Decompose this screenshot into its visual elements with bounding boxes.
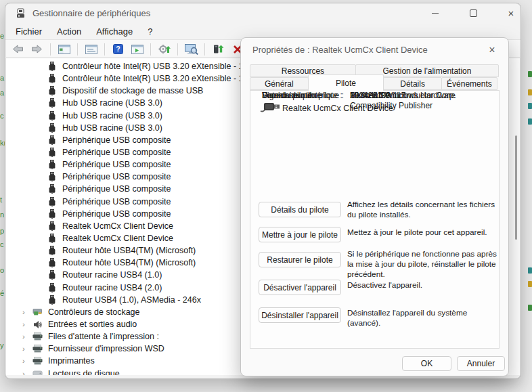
show-action-pane-icon[interactable] xyxy=(129,42,146,57)
background-color-fleck xyxy=(528,281,532,287)
tree-item-label: Fournisseur d'impression WSD xyxy=(48,344,164,353)
menu-item[interactable]: Affichage xyxy=(89,24,140,39)
scan-hardware-changes-icon[interactable] xyxy=(183,42,200,57)
tree-item-icon xyxy=(32,332,43,341)
tree-item-icon xyxy=(48,197,56,206)
background-text-fragment: p xyxy=(0,227,4,235)
background-text-fragment: n xyxy=(0,211,4,219)
tab-control: Ressources Gestion de l'alimentation Gén… xyxy=(250,64,500,349)
properties-dialog: Propriétés de : Realtek UcmCx Client Dev… xyxy=(240,37,509,376)
tree-item-label: Périphérique USB composite xyxy=(62,209,171,219)
ok-button[interactable]: OK xyxy=(402,356,451,371)
driver-tab-page: Realtek UcmCx Client Device Fournisseur … xyxy=(250,90,500,349)
tab[interactable]: Détails xyxy=(383,77,442,90)
background-text-fragment: c xyxy=(0,112,4,120)
driver-action-button[interactable]: Désinstaller l'appareil xyxy=(259,307,341,323)
dialog-title: Propriétés de : Realtek UcmCx Client Dev… xyxy=(252,45,428,55)
chevron-right-icon[interactable]: › xyxy=(22,370,32,375)
tree-item-icon xyxy=(48,135,56,145)
background-window-sliver-right xyxy=(527,0,532,392)
background-color-fleck xyxy=(528,71,532,77)
driver-action-button[interactable]: Détails du pilote xyxy=(259,202,341,217)
tree-item-label: Contrôleur hôte Intel(R) USB 3.20 eXtens… xyxy=(62,62,261,71)
background-text-fragment: é xyxy=(0,290,4,297)
dialog-titlebar: Propriétés de : Realtek UcmCx Client Dev… xyxy=(241,38,508,62)
help-icon[interactable]: ? xyxy=(110,42,127,57)
menu-item[interactable]: Action xyxy=(49,24,89,39)
toolbar-separator xyxy=(177,43,178,56)
back-icon[interactable] xyxy=(9,42,26,57)
driver-action-description: Désinstallez l'appareil du système (avan… xyxy=(347,308,499,328)
background-window-sliver-left: e a a c k( t n p c o é y xyxy=(0,0,5,392)
tree-item-icon xyxy=(48,221,56,231)
driver-action-button[interactable]: Désactiver l'appareil xyxy=(259,280,341,295)
tree-item-label: Périphérique USB composite xyxy=(62,160,171,169)
background-text-fragment: y xyxy=(0,342,4,349)
tree-item-label: Realtek UcmCx Client Device xyxy=(62,234,173,243)
tree-item-icon xyxy=(48,172,56,181)
tree-item-label: Routeur hôte USB4(TM) (Microsoft) xyxy=(62,246,196,255)
tree-item-icon xyxy=(48,234,56,243)
tree-item-icon xyxy=(32,357,43,365)
driver-action-description: Si le périphérique ne fonctionne pas apr… xyxy=(347,249,499,280)
driver-action-button[interactable]: Restaurer le pilote xyxy=(259,252,341,267)
update-driver-icon[interactable] xyxy=(156,42,173,57)
tree-item-icon xyxy=(48,246,56,255)
cancel-button[interactable]: Annuler xyxy=(457,356,505,371)
dialog-close-icon[interactable]: × xyxy=(483,43,502,58)
tree-item-icon xyxy=(48,283,56,292)
tree-item-label: Routeur racine USB4 (1.0) xyxy=(62,270,162,280)
toolbar-separator xyxy=(150,43,151,56)
tree-item-label: Contrôleurs de stockage xyxy=(48,307,140,317)
chevron-right-icon[interactable]: › xyxy=(22,308,32,316)
driver-info-label: Signataire numérique : xyxy=(262,91,344,100)
minimize-icon[interactable] xyxy=(428,7,442,20)
tab[interactable]: Événements xyxy=(441,77,497,90)
tree-item-label: Périphérique USB composite xyxy=(62,184,171,194)
tree-item-label: Dispositif de stockage de masse USB xyxy=(62,86,203,95)
background-color-fleck xyxy=(528,267,532,274)
vertical-scrollbar-thumb[interactable] xyxy=(515,135,517,240)
tree-item-icon xyxy=(48,111,56,121)
background-color-fleck xyxy=(528,305,532,311)
tree-item-icon xyxy=(48,258,56,267)
tree-item-icon xyxy=(32,345,43,353)
tree-item-icon xyxy=(48,98,56,108)
tree-item-label: Realtek UcmCx Client Device xyxy=(62,221,173,231)
tree-item-icon xyxy=(32,370,43,375)
tree-item-label: Routeur USB4 (1.0), ASMedia - 246x xyxy=(62,295,201,305)
driver-action-description: Désactivez l'appareil. xyxy=(347,280,499,290)
background-color-fleck xyxy=(528,89,532,95)
device-manager-app-icon xyxy=(15,8,26,19)
desktop: { "background": { "left_fragments": [ {"… xyxy=(0,0,532,392)
tree-item-icon xyxy=(48,160,56,169)
tree-item-label: Hub USB racine (USB 3.0) xyxy=(62,123,162,133)
chevron-right-icon[interactable]: › xyxy=(22,332,32,341)
tree-item-label: Entrées et sorties audio xyxy=(48,320,137,329)
update-driver-software-icon[interactable] xyxy=(210,42,227,57)
show-console-tree-icon[interactable] xyxy=(56,42,72,57)
tree-item-label: Files d'attente à l'impression : xyxy=(48,332,159,341)
tree-item-icon xyxy=(48,74,56,83)
chevron-right-icon[interactable]: › xyxy=(22,320,32,328)
tree-item-label: Hub USB racine (USB 3.0) xyxy=(62,98,162,108)
tree-item-icon xyxy=(32,320,43,329)
close-icon[interactable]: × xyxy=(504,7,518,20)
menu-item[interactable]: Fichier xyxy=(8,24,49,39)
background-text-fragment: c xyxy=(0,241,4,248)
driver-action-button[interactable]: Mettre à jour le pilote xyxy=(259,227,341,242)
chevron-right-icon[interactable]: › xyxy=(22,345,32,353)
tab[interactable]: Général xyxy=(250,77,309,90)
properties-icon[interactable] xyxy=(83,42,99,57)
background-text-fragment: a xyxy=(0,74,4,82)
menu-item[interactable]: ? xyxy=(140,24,160,39)
tree-item-label: Périphérique USB composite xyxy=(62,148,171,157)
tree-item-label: Périphérique USB composite xyxy=(62,135,171,145)
background-text-fragment: t xyxy=(0,196,2,204)
chevron-right-icon[interactable]: › xyxy=(22,357,32,365)
toolbar-separator xyxy=(204,43,205,56)
forward-icon[interactable] xyxy=(28,42,45,57)
background-text-fragment: a xyxy=(0,89,4,97)
maximize-icon[interactable] xyxy=(466,7,480,20)
tab[interactable]: Pilote xyxy=(308,74,384,91)
